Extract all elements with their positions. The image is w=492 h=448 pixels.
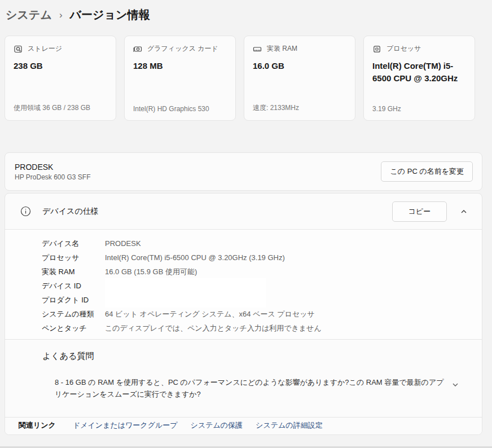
card-detail: 使用領域 36 GB / 238 GB	[14, 103, 107, 113]
chevron-down-icon[interactable]	[451, 381, 459, 390]
page-title: バージョン情報	[70, 7, 150, 23]
card-detail: 3.19 GHz	[372, 105, 466, 113]
related-links-section: 関連リンク ドメインまたはワークグループ システムの保護 システムの詳細設定	[5, 418, 482, 434]
copy-button[interactable]: コピー	[392, 201, 447, 222]
storage-card: ストレージ 238 GB 使用領域 36 GB / 238 GB	[5, 36, 116, 121]
device-specs-header[interactable]: デバイスの仕様 コピー	[5, 194, 482, 229]
storage-icon	[14, 45, 23, 54]
card-label: ストレージ	[28, 44, 62, 54]
redacted-value	[105, 278, 266, 293]
card-label: プロセッサ	[386, 44, 421, 54]
chevron-up-icon[interactable]	[456, 204, 472, 219]
device-specs-panel: デバイスの仕様 コピー デバイス名 PRODESK プロセッサ Intel(R)…	[5, 193, 482, 435]
redacted-value	[105, 292, 266, 308]
card-value: 128 MB	[133, 60, 227, 72]
card-label: 実装 RAM	[267, 44, 297, 54]
faq-title: よくある質問	[42, 351, 473, 362]
card-detail: Intel(R) HD Graphics 530	[133, 105, 227, 113]
spec-row-product-id: プロダクト ID	[42, 293, 482, 307]
faq-question: 8 - 16 GB の RAM を使用すると、PC のパフォーマンスにどのような…	[55, 376, 445, 400]
card-detail: 速度: 2133MHz	[253, 103, 346, 113]
faq-section: よくある質問 8 - 16 GB の RAM を使用すると、PC のパフォーマン…	[5, 340, 482, 417]
processor-card: プロセッサ Intel(R) Core(TM) i5-6500 CPU @ 3.…	[363, 36, 475, 121]
graphics-card: グラフィックス カード 128 MB Intel(R) HD Graphics …	[124, 36, 236, 121]
ram-card: 実装 RAM 16.0 GB 速度: 2133MHz	[244, 36, 355, 121]
summary-cards: ストレージ 238 GB 使用領域 36 GB / 238 GB グラフィックス…	[5, 36, 475, 121]
spec-row-pen-touch: ペンとタッチ このディスプレイでは、ペン入力とタッチ入力は利用できません	[42, 321, 482, 335]
breadcrumb-system[interactable]: システム	[6, 7, 52, 23]
device-specs-title: デバイスの仕様	[42, 207, 99, 217]
card-label: グラフィックス カード	[147, 44, 218, 54]
info-icon	[20, 206, 31, 217]
link-advanced-system-settings[interactable]: システムの詳細設定	[256, 420, 323, 431]
device-name-block: PRODESK HP ProDesk 600 G3 SFF	[15, 162, 91, 181]
device-name-panel: PRODESK HP ProDesk 600 G3 SFF この PC の名前を…	[5, 152, 482, 191]
spec-row-system-type: システムの種類 64 ビット オペレーティング システム、x64 ベース プロセ…	[42, 307, 482, 321]
processor-icon	[372, 45, 381, 54]
device-name: PRODESK	[15, 162, 91, 172]
device-model: HP ProDesk 600 G3 SFF	[15, 173, 91, 181]
spec-table: デバイス名 PRODESK プロセッサ Intel(R) Core(TM) i5…	[5, 230, 482, 339]
graphics-card-icon	[133, 45, 142, 54]
breadcrumb-separator-icon: ›	[59, 9, 63, 21]
link-domain-or-workgroup[interactable]: ドメインまたはワークグループ	[73, 420, 178, 431]
spec-row-ram: 実装 RAM 16.0 GB (15.9 GB 使用可能)	[42, 265, 482, 279]
faq-item[interactable]: 8 - 16 GB の RAM を使用すると、PC のパフォーマンスにどのような…	[42, 376, 473, 400]
card-value: 238 GB	[14, 60, 107, 72]
related-links-label: 関連リンク	[19, 420, 56, 431]
ram-icon	[253, 45, 262, 54]
card-value: Intel(R) Core(TM) i5-6500 CPU @ 3.20GHz	[372, 60, 466, 85]
rename-pc-button[interactable]: この PC の名前を変更	[381, 161, 473, 182]
spec-row-device-name: デバイス名 PRODESK	[42, 236, 482, 251]
spec-row-device-id: デバイス ID	[42, 279, 482, 293]
link-system-protection[interactable]: システムの保護	[191, 420, 243, 431]
breadcrumb: システム › バージョン情報	[6, 7, 150, 23]
card-value: 16.0 GB	[253, 60, 346, 72]
spec-row-processor: プロセッサ Intel(R) Core(TM) i5-6500 CPU @ 3.…	[42, 251, 482, 265]
